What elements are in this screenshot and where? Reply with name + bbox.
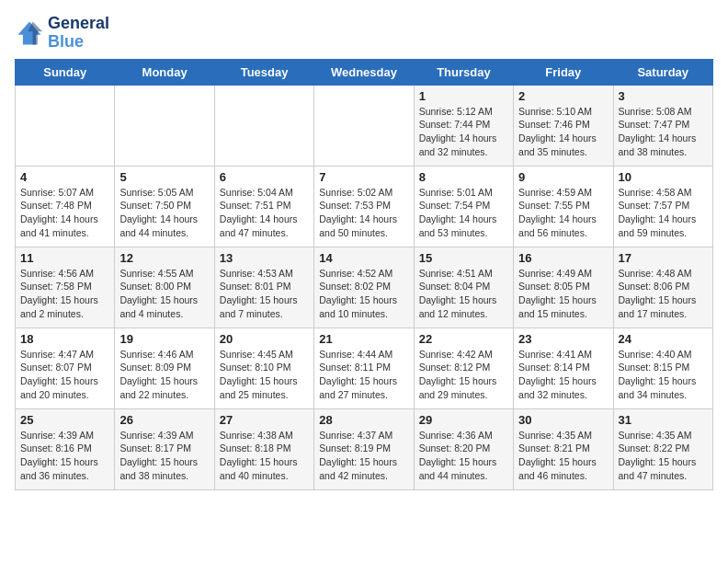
day-number: 16 (518, 251, 608, 265)
cell-info: Sunrise: 5:07 AM Sunset: 7:48 PM Dayligh… (20, 186, 109, 240)
calendar-cell: 11Sunrise: 4:56 AM Sunset: 7:58 PM Dayli… (16, 247, 115, 327)
day-number: 11 (20, 251, 109, 265)
cell-info: Sunrise: 5:08 AM Sunset: 7:47 PM Dayligh… (619, 105, 708, 159)
calendar-cell: 25Sunrise: 4:39 AM Sunset: 8:16 PM Dayli… (16, 408, 115, 489)
day-number: 27 (220, 413, 309, 427)
day-number: 20 (220, 332, 309, 346)
calendar-week-4: 18Sunrise: 4:47 AM Sunset: 8:07 PM Dayli… (16, 327, 713, 408)
weekday-header-sunday: Sunday (16, 59, 115, 85)
day-number: 4 (20, 170, 109, 184)
cell-info: Sunrise: 4:49 AM Sunset: 8:05 PM Dayligh… (518, 267, 608, 321)
cell-info: Sunrise: 4:39 AM Sunset: 8:17 PM Dayligh… (119, 429, 209, 483)
weekday-row: SundayMondayTuesdayWednesdayThursdayFrid… (16, 59, 713, 85)
day-number: 7 (319, 170, 408, 184)
calendar-week-1: 1Sunrise: 5:12 AM Sunset: 7:44 PM Daylig… (16, 85, 713, 166)
cell-info: Sunrise: 5:04 AM Sunset: 7:51 PM Dayligh… (220, 186, 309, 240)
calendar-cell: 24Sunrise: 4:40 AM Sunset: 8:15 PM Dayli… (613, 327, 712, 408)
cell-info: Sunrise: 4:48 AM Sunset: 8:06 PM Dayligh… (619, 267, 708, 321)
day-number: 13 (220, 251, 309, 265)
calendar-cell: 4Sunrise: 5:07 AM Sunset: 7:48 PM Daylig… (16, 166, 115, 247)
calendar-week-5: 25Sunrise: 4:39 AM Sunset: 8:16 PM Dayli… (16, 408, 713, 489)
day-number: 12 (119, 251, 209, 265)
cell-info: Sunrise: 4:59 AM Sunset: 7:55 PM Dayligh… (518, 186, 608, 240)
calendar-cell: 29Sunrise: 4:36 AM Sunset: 8:20 PM Dayli… (414, 408, 513, 489)
calendar-cell: 14Sunrise: 4:52 AM Sunset: 8:02 PM Dayli… (314, 247, 414, 327)
cell-info: Sunrise: 4:46 AM Sunset: 8:09 PM Dayligh… (119, 348, 209, 402)
weekday-header-saturday: Saturday (613, 59, 712, 85)
weekday-header-tuesday: Tuesday (214, 59, 313, 85)
calendar-cell: 15Sunrise: 4:51 AM Sunset: 8:04 PM Dayli… (414, 247, 513, 327)
cell-info: Sunrise: 4:38 AM Sunset: 8:18 PM Dayligh… (220, 429, 309, 483)
day-number: 19 (119, 332, 209, 346)
cell-info: Sunrise: 4:53 AM Sunset: 8:01 PM Dayligh… (220, 267, 309, 321)
cell-info: Sunrise: 4:58 AM Sunset: 7:57 PM Dayligh… (619, 186, 708, 240)
calendar-cell (16, 85, 115, 166)
logo: General Blue (15, 15, 109, 52)
cell-info: Sunrise: 4:51 AM Sunset: 8:04 PM Dayligh… (419, 267, 508, 321)
cell-info: Sunrise: 4:47 AM Sunset: 8:07 PM Dayligh… (20, 348, 109, 402)
day-number: 26 (119, 413, 209, 427)
day-number: 10 (619, 170, 708, 184)
cell-info: Sunrise: 4:55 AM Sunset: 8:00 PM Dayligh… (119, 267, 209, 321)
cell-info: Sunrise: 5:01 AM Sunset: 7:54 PM Dayligh… (419, 186, 508, 240)
day-number: 15 (419, 251, 508, 265)
day-number: 2 (518, 89, 608, 103)
weekday-header-friday: Friday (514, 59, 613, 85)
calendar-cell (314, 85, 414, 166)
cell-info: Sunrise: 4:36 AM Sunset: 8:20 PM Dayligh… (419, 429, 508, 483)
day-number: 28 (319, 413, 408, 427)
day-number: 3 (619, 89, 708, 103)
weekday-header-thursday: Thursday (414, 59, 513, 85)
day-number: 1 (419, 89, 508, 103)
day-number: 22 (419, 332, 508, 346)
calendar-cell: 31Sunrise: 4:35 AM Sunset: 8:22 PM Dayli… (613, 408, 712, 489)
day-number: 24 (619, 332, 708, 346)
calendar-cell: 10Sunrise: 4:58 AM Sunset: 7:57 PM Dayli… (613, 166, 712, 247)
cell-info: Sunrise: 4:42 AM Sunset: 8:12 PM Dayligh… (419, 348, 508, 402)
calendar-body: 1Sunrise: 5:12 AM Sunset: 7:44 PM Daylig… (16, 85, 713, 489)
day-number: 18 (20, 332, 109, 346)
calendar-cell: 3Sunrise: 5:08 AM Sunset: 7:47 PM Daylig… (613, 85, 712, 166)
day-number: 29 (419, 413, 508, 427)
day-number: 31 (619, 413, 708, 427)
cell-info: Sunrise: 4:41 AM Sunset: 8:14 PM Dayligh… (518, 348, 608, 402)
calendar-week-3: 11Sunrise: 4:56 AM Sunset: 7:58 PM Dayli… (16, 247, 713, 327)
calendar-cell: 7Sunrise: 5:02 AM Sunset: 7:53 PM Daylig… (314, 166, 414, 247)
calendar-cell: 23Sunrise: 4:41 AM Sunset: 8:14 PM Dayli… (514, 327, 613, 408)
cell-info: Sunrise: 5:05 AM Sunset: 7:50 PM Dayligh… (119, 186, 209, 240)
cell-info: Sunrise: 4:35 AM Sunset: 8:22 PM Dayligh… (619, 429, 708, 483)
day-number: 23 (518, 332, 608, 346)
day-number: 14 (319, 251, 408, 265)
weekday-header-wednesday: Wednesday (314, 59, 414, 85)
day-number: 25 (20, 413, 109, 427)
calendar-cell: 17Sunrise: 4:48 AM Sunset: 8:06 PM Dayli… (613, 247, 712, 327)
calendar-cell: 30Sunrise: 4:35 AM Sunset: 8:21 PM Dayli… (514, 408, 613, 489)
calendar-cell: 20Sunrise: 4:45 AM Sunset: 8:10 PM Dayli… (214, 327, 313, 408)
calendar-cell (115, 85, 214, 166)
calendar-cell: 19Sunrise: 4:46 AM Sunset: 8:09 PM Dayli… (115, 327, 214, 408)
cell-info: Sunrise: 5:02 AM Sunset: 7:53 PM Dayligh… (319, 186, 408, 240)
calendar-cell: 16Sunrise: 4:49 AM Sunset: 8:05 PM Dayli… (514, 247, 613, 327)
calendar-cell: 12Sunrise: 4:55 AM Sunset: 8:00 PM Dayli… (115, 247, 214, 327)
day-number: 30 (518, 413, 608, 427)
calendar-header: SundayMondayTuesdayWednesdayThursdayFrid… (16, 59, 713, 85)
cell-info: Sunrise: 4:40 AM Sunset: 8:15 PM Dayligh… (619, 348, 708, 402)
logo-text: General Blue (48, 15, 109, 52)
cell-info: Sunrise: 5:10 AM Sunset: 7:46 PM Dayligh… (518, 105, 608, 159)
calendar-cell: 27Sunrise: 4:38 AM Sunset: 8:18 PM Dayli… (214, 408, 313, 489)
day-number: 8 (419, 170, 508, 184)
cell-info: Sunrise: 4:56 AM Sunset: 7:58 PM Dayligh… (20, 267, 109, 321)
calendar-cell: 21Sunrise: 4:44 AM Sunset: 8:11 PM Dayli… (314, 327, 414, 408)
calendar-cell: 1Sunrise: 5:12 AM Sunset: 7:44 PM Daylig… (414, 85, 513, 166)
cell-info: Sunrise: 4:35 AM Sunset: 8:21 PM Dayligh… (518, 429, 608, 483)
calendar-cell: 8Sunrise: 5:01 AM Sunset: 7:54 PM Daylig… (414, 166, 513, 247)
cell-info: Sunrise: 4:44 AM Sunset: 8:11 PM Dayligh… (319, 348, 408, 402)
calendar-cell: 9Sunrise: 4:59 AM Sunset: 7:55 PM Daylig… (514, 166, 613, 247)
calendar-cell: 13Sunrise: 4:53 AM Sunset: 8:01 PM Dayli… (214, 247, 313, 327)
day-number: 9 (518, 170, 608, 184)
calendar-cell: 28Sunrise: 4:37 AM Sunset: 8:19 PM Dayli… (314, 408, 414, 489)
day-number: 21 (319, 332, 408, 346)
cell-info: Sunrise: 5:12 AM Sunset: 7:44 PM Dayligh… (419, 105, 508, 159)
day-number: 17 (619, 251, 708, 265)
day-number: 6 (220, 170, 309, 184)
